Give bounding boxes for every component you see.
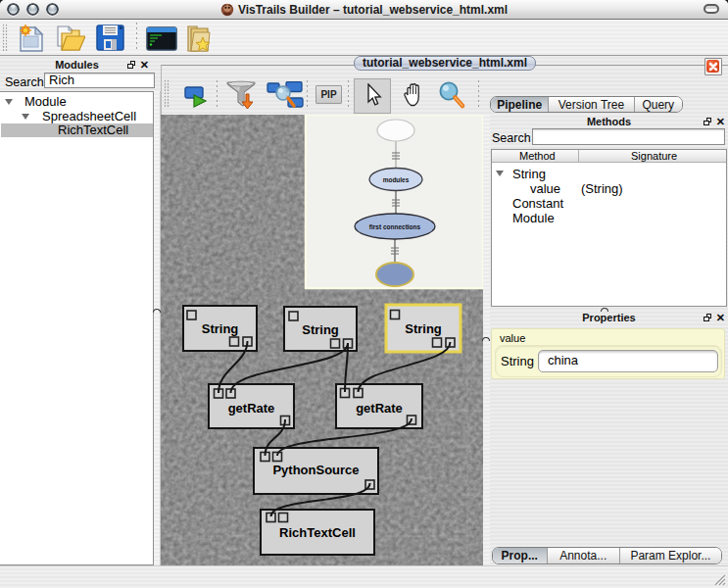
- svg-text:PythonSource: PythonSource: [272, 463, 359, 477]
- svg-text:modules: modules: [383, 176, 410, 183]
- svg-text:getRate: getRate: [228, 401, 275, 416]
- svg-text:String: String: [405, 321, 442, 336]
- svg-text:String: String: [302, 322, 339, 337]
- svg-text:RichTextCell: RichTextCell: [279, 525, 356, 540]
- svg-text:getRate: getRate: [356, 401, 403, 416]
- svg-text:first connections: first connections: [369, 223, 421, 230]
- svg-text:String: String: [202, 321, 239, 336]
